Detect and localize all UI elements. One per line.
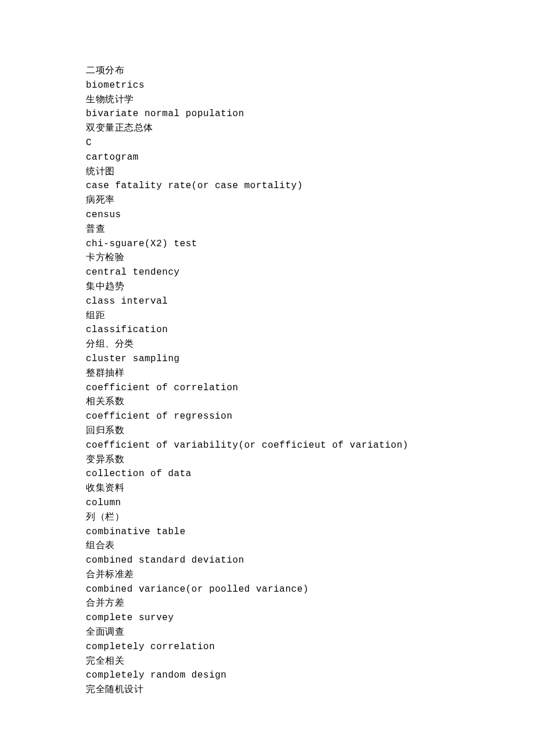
text-line: coefficient of regression	[86, 409, 534, 424]
text-line: 二项分布	[86, 64, 534, 78]
text-line: cartogram	[86, 150, 534, 165]
text-line: 卡方检验	[86, 251, 534, 265]
text-line: 相关系数	[86, 395, 534, 409]
text-line: 整群抽样	[86, 366, 534, 381]
text-line: 普查	[86, 222, 534, 237]
text-line: 完全随机设计	[86, 683, 534, 697]
text-line: coefficient of correlation	[86, 381, 534, 395]
text-line: collection of data	[86, 467, 534, 481]
text-line: class interval	[86, 294, 534, 309]
text-line: 组合表	[86, 539, 534, 553]
text-line: complete survey	[86, 611, 534, 625]
text-line: combinative table	[86, 525, 534, 539]
text-line: column	[86, 496, 534, 510]
text-line: completely correlation	[86, 640, 534, 654]
text-line: 变异系数	[86, 453, 534, 467]
text-line: 回归系数	[86, 424, 534, 438]
text-line: C	[86, 136, 534, 150]
text-line: central tendency	[86, 265, 534, 280]
text-line: biometrics	[86, 78, 534, 93]
text-line: 全面调查	[86, 625, 534, 640]
text-line: census	[86, 208, 534, 222]
text-line: combined standard deviation	[86, 553, 534, 568]
text-line: 合并方差	[86, 596, 534, 611]
text-line: 收集资料	[86, 481, 534, 496]
text-line: 集中趋势	[86, 280, 534, 294]
text-line: case fatality rate(or case mortality)	[86, 179, 534, 193]
text-line: 完全相关	[86, 654, 534, 669]
text-line: classification	[86, 323, 534, 337]
text-line: chi-sguare(X2) test	[86, 237, 534, 251]
text-line: completely random design	[86, 668, 534, 683]
document-body: 二项分布biometrics生物统计学bivariate normal popu…	[86, 64, 534, 697]
text-line: cluster sampling	[86, 352, 534, 366]
text-line: combined variance(or poolled variance)	[86, 582, 534, 597]
text-line: 病死率	[86, 193, 534, 208]
text-line: 合并标准差	[86, 568, 534, 582]
text-line: 列（栏）	[86, 510, 534, 525]
text-line: bivariate normal population	[86, 107, 534, 121]
text-line: 统计图	[86, 165, 534, 179]
text-line: 双变量正态总体	[86, 121, 534, 136]
text-line: coefficient of variability(or coefficieu…	[86, 438, 534, 453]
text-line: 组距	[86, 309, 534, 323]
text-line: 生物统计学	[86, 93, 534, 107]
text-line: 分组、分类	[86, 337, 534, 352]
